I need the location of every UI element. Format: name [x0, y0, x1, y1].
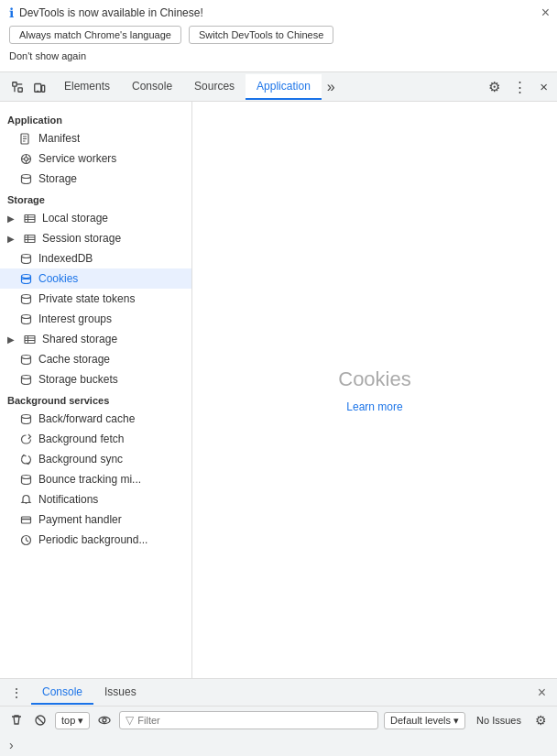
close-console-button[interactable]: × — [534, 683, 550, 703]
svg-point-26 — [21, 254, 30, 257]
console-toolbar: top ▾ ▽ Default levels ▾ No Issues ⚙ — [0, 707, 557, 734]
sidebar-item-payment-handler[interactable]: Payment handler — [0, 509, 191, 530]
local-storage-icon — [22, 213, 37, 225]
clear-console-button[interactable] — [7, 711, 26, 729]
tab-application[interactable]: Application — [246, 74, 322, 100]
sidebar-item-local-storage[interactable]: ▶ Local storage — [0, 208, 191, 228]
console-menu-button[interactable]: ⋮ — [7, 683, 26, 703]
session-storage-toggle: ▶ — [7, 234, 16, 244]
more-options-button[interactable]: ⋮ — [508, 75, 532, 99]
svg-point-27 — [21, 274, 30, 278]
storage-buckets-icon — [18, 374, 33, 386]
console-tab-bar: ⋮ Console Issues × — [0, 679, 557, 707]
filter-input[interactable] — [137, 715, 372, 726]
background-fetch-icon — [18, 433, 33, 445]
cookies-label: Cookies — [38, 272, 78, 285]
tab-bar: Elements Console Sources Application » ⚙… — [0, 72, 557, 102]
switch-to-chinese-button[interactable]: Switch DevTools to Chinese — [189, 26, 333, 44]
svg-rect-5 — [42, 85, 45, 92]
right-panel: Cookies Learn more — [192, 102, 557, 678]
device-toolbar-button[interactable] — [29, 77, 49, 97]
chevron-button[interactable]: › — [7, 736, 16, 754]
background-fetch-label: Background fetch — [38, 433, 124, 445]
back-forward-cache-icon — [18, 413, 33, 425]
svg-rect-1 — [18, 87, 22, 91]
svg-point-36 — [21, 375, 30, 378]
match-language-button[interactable]: Always match Chrome's language — [9, 26, 181, 44]
sidebar-item-private-state-tokens[interactable]: Private state tokens — [0, 289, 191, 309]
sidebar-item-background-sync[interactable]: Background sync — [0, 449, 191, 469]
sidebar-item-bounce-tracking[interactable]: Bounce tracking mi... — [0, 469, 191, 489]
sidebar-item-session-storage[interactable]: ▶ Session storage — [0, 228, 191, 248]
sidebar-item-cache-storage[interactable]: Cache storage — [0, 349, 191, 369]
svg-rect-31 — [25, 335, 35, 343]
svg-line-45 — [38, 718, 44, 724]
cookies-icon — [18, 273, 33, 285]
sidebar-item-notifications[interactable]: Notifications — [0, 489, 191, 509]
indexeddb-label: IndexedDB — [38, 252, 93, 265]
svg-rect-39 — [21, 517, 30, 523]
shared-storage-icon — [22, 334, 37, 345]
svg-point-35 — [21, 355, 30, 358]
info-banner: ℹ DevTools is now available in Chinese! … — [0, 0, 557, 72]
interest-groups-label: Interest groups — [38, 312, 112, 325]
settings-button[interactable]: ⚙ — [483, 75, 506, 99]
sidebar-item-cookies[interactable]: Cookies — [0, 268, 191, 289]
sidebar-item-manifest[interactable]: Manifest — [0, 128, 191, 148]
tab-issues[interactable]: Issues — [93, 681, 147, 705]
svg-point-38 — [21, 475, 30, 478]
periodic-background-label: Periodic background... — [38, 533, 147, 546]
periodic-background-icon — [18, 534, 33, 546]
dont-show-button[interactable]: Don't show again — [9, 48, 86, 64]
empty-state-title: Cookies — [338, 367, 410, 391]
sidebar-item-storage-buckets[interactable]: Storage buckets — [0, 369, 191, 389]
sidebar-item-service-workers[interactable]: Service workers — [0, 148, 191, 169]
context-label: top — [61, 715, 75, 726]
filter-icon: ▽ — [126, 714, 134, 727]
close-banner-button[interactable]: × — [541, 5, 550, 20]
tab-elements[interactable]: Elements — [53, 74, 121, 100]
sidebar: Application Manifest — [0, 102, 192, 678]
banner-actions: Always match Chrome's language Switch De… — [9, 26, 548, 44]
svg-point-12 — [24, 157, 27, 160]
sidebar-item-indexeddb[interactable]: IndexedDB — [0, 248, 191, 268]
sidebar-item-periodic-background[interactable]: Periodic background... — [0, 530, 191, 550]
private-state-tokens-label: Private state tokens — [38, 292, 135, 305]
svg-rect-0 — [13, 82, 16, 85]
close-devtools-button[interactable]: × — [534, 75, 553, 98]
context-chevron: ▾ — [78, 715, 83, 727]
banner-message: DevTools is now available in Chinese! — [19, 6, 203, 19]
sidebar-item-storage-top[interactable]: Storage — [0, 169, 191, 189]
tab-sources[interactable]: Sources — [183, 74, 246, 100]
default-levels-button[interactable]: Default levels ▾ — [384, 712, 465, 729]
context-selector[interactable]: top ▾ — [55, 712, 90, 729]
default-levels-label: Default levels — [390, 715, 451, 726]
console-tab-icons: ⋮ — [7, 683, 26, 703]
storage-buckets-label: Storage buckets — [38, 373, 118, 386]
sidebar-item-interest-groups[interactable]: Interest groups — [0, 309, 191, 329]
background-sync-icon — [18, 454, 33, 466]
section-application: Application — [0, 109, 191, 128]
no-issues-badge: No Issues — [471, 713, 527, 728]
indexeddb-icon — [18, 253, 33, 265]
svg-point-29 — [21, 294, 30, 298]
sidebar-item-back-forward-cache[interactable]: Back/forward cache — [0, 409, 191, 429]
learn-more-link[interactable]: Learn more — [346, 400, 402, 413]
sidebar-item-background-fetch[interactable]: Background fetch — [0, 429, 191, 449]
more-tabs-button[interactable]: » — [322, 75, 341, 99]
sidebar-item-shared-storage[interactable]: ▶ Shared storage — [0, 329, 191, 349]
bounce-tracking-icon — [18, 474, 33, 486]
inspect-element-button[interactable] — [7, 77, 27, 97]
console-settings-button[interactable]: ⚙ — [532, 710, 550, 730]
session-storage-icon — [22, 233, 37, 245]
svg-point-37 — [21, 414, 30, 418]
block-icon-button[interactable] — [31, 711, 49, 729]
manifest-label: Manifest — [38, 132, 80, 145]
session-storage-label: Session storage — [42, 232, 121, 245]
storage-top-icon — [18, 173, 33, 185]
svg-rect-18 — [25, 214, 35, 222]
tab-console[interactable]: Console — [121, 74, 183, 100]
tab-console-bottom[interactable]: Console — [31, 681, 93, 705]
eye-icon-button[interactable] — [95, 711, 114, 729]
local-storage-label: Local storage — [42, 212, 108, 225]
